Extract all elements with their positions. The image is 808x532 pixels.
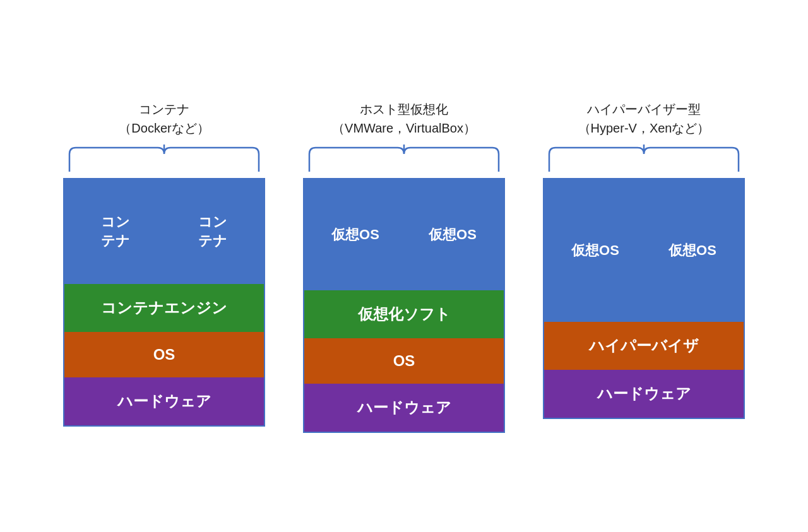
column-host: ホスト型仮想化 （VMWare，VirtualBox） 仮想OS 仮想OS 仮想… xyxy=(303,100,505,433)
top-row-hypervisor: 仮想OS 仮想OS xyxy=(544,179,744,322)
brace-hypervisor xyxy=(543,141,745,173)
column-hypervisor: ハイパーバイザー型 （Hyper-V，Xenなど） 仮想OS 仮想OS ハイパー… xyxy=(543,100,745,419)
stack-host: 仮想OS 仮想OS 仮想化ソフト OS ハードウェア xyxy=(303,178,505,433)
stack-hypervisor: 仮想OS 仮想OS ハイパーバイザ ハードウェア xyxy=(543,178,745,419)
stack-container: コンテナ コンテナ コンテナエンジン OS ハードウェア xyxy=(63,178,265,427)
guest-os-box-1: 仮想OS xyxy=(309,184,401,285)
layer-os-2: OS xyxy=(304,338,504,384)
column-container: コンテナ （Dockerなど） コンテナ コンテナ コンテナエンジン OS ハー… xyxy=(63,100,265,427)
layer-hw-3: ハードウェア xyxy=(544,370,744,418)
diagram: コンテナ （Dockerなど） コンテナ コンテナ コンテナエンジン OS ハー… xyxy=(38,87,770,446)
guest-os-box-2: 仮想OS xyxy=(407,184,499,285)
top-row-host: 仮想OS 仮想OS xyxy=(304,179,504,290)
layer-hypervisor: ハイパーバイザ xyxy=(544,322,744,370)
layer-engine: コンテナエンジン xyxy=(64,284,264,332)
brace-host xyxy=(303,141,505,173)
hyper-guest-os-1: 仮想OS xyxy=(549,184,641,317)
layer-hw-1: ハードウェア xyxy=(64,377,264,425)
column-title-hypervisor: ハイパーバイザー型 （Hyper-V，Xenなど） xyxy=(578,100,710,138)
column-title-host: ホスト型仮想化 （VMWare，VirtualBox） xyxy=(332,100,476,138)
brace-container xyxy=(63,141,265,173)
column-title-container: コンテナ （Dockerなど） xyxy=(119,100,209,138)
top-row-container: コンテナ コンテナ xyxy=(64,179,264,284)
layer-hw-2: ハードウェア xyxy=(304,384,504,432)
container-box-1: コンテナ xyxy=(69,184,162,279)
layer-vsoft: 仮想化ソフト xyxy=(304,290,504,338)
container-box-2: コンテナ xyxy=(167,184,259,279)
layer-os-1: OS xyxy=(64,332,264,377)
hyper-guest-os-2: 仮想OS xyxy=(646,184,739,317)
